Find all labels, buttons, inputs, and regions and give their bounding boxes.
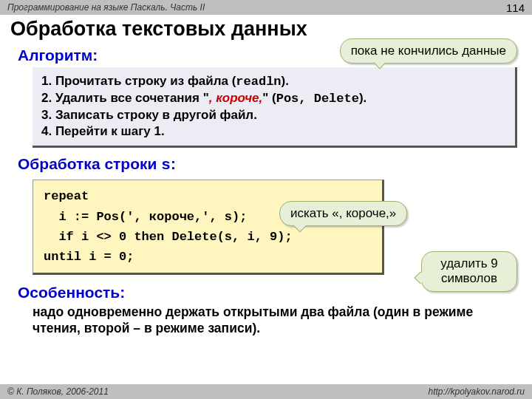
code-block: repeat i := Pos(', короче,', s); if i <>… (33, 180, 384, 275)
section-processing: Обработка строки s: (0, 155, 532, 177)
course-title: Программирование на языке Паскаль. Часть… (7, 2, 205, 13)
slide-footer: © К. Поляков, 2006-2011 http://kpolyakov… (0, 384, 532, 399)
algo-step-3: 3. Записать строку в другой файл. (41, 107, 506, 123)
algorithm-box: 1. Прочитать строку из файла (readln). 2… (33, 67, 517, 148)
footer-url: http://kpolyakov.narod.ru (428, 386, 525, 397)
algo-step-4: 4. Перейти к шагу 1. (41, 123, 506, 140)
feature-text: надо одновременно держать открытыми два … (0, 304, 532, 337)
slide-header: Программирование на языке Паскаль. Часть… (0, 0, 532, 15)
callout-while-data: пока не кончились данные (340, 38, 517, 64)
callout-delete: удалить 9 символов (421, 251, 517, 292)
page-number: 114 (506, 1, 525, 14)
algo-step-2: 2. Удалить все сочетания ", короче," (Po… (41, 90, 506, 107)
copyright: © К. Поляков, 2006-2011 (7, 386, 109, 397)
algo-step-1: 1. Прочитать строку из файла (readln). (41, 73, 506, 90)
